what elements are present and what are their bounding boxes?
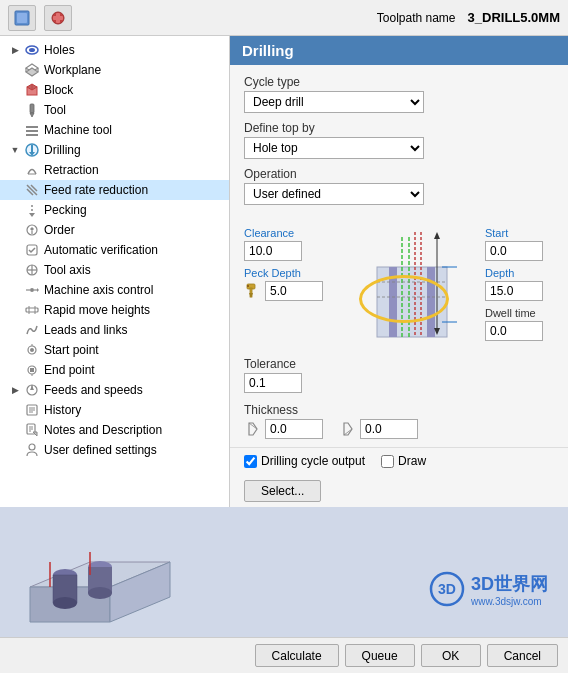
start-label[interactable]: Start <box>485 227 554 239</box>
sidebar-item-drilling[interactable]: ▼ Drilling <box>0 140 229 160</box>
sidebar-item-notes[interactable]: Notes and Description <box>0 420 229 440</box>
ok-button[interactable]: OK <box>421 644 481 667</box>
toolpath-label: Toolpath name <box>377 11 456 25</box>
auto-verify-icon <box>24 242 40 258</box>
sidebar-item-pecking[interactable]: Pecking <box>0 200 229 220</box>
sidebar-item-order[interactable]: Order <box>0 220 229 240</box>
sidebar-item-auto-verify[interactable]: Automatic verification <box>0 240 229 260</box>
peck-depth-row <box>244 281 339 301</box>
sidebar-item-machine-tool[interactable]: Machine tool <box>0 120 229 140</box>
sidebar-item-tool-axis[interactable]: Tool axis <box>0 260 229 280</box>
machine-axis-icon <box>24 282 40 298</box>
spacer-machine <box>8 123 22 137</box>
dwell-group: Dwell time <box>485 307 554 341</box>
depth-label[interactable]: Depth <box>485 267 554 279</box>
sidebar-label-end-point: End point <box>44 363 95 377</box>
cancel-button[interactable]: Cancel <box>487 644 558 667</box>
define-top-label: Define top by <box>244 121 554 135</box>
toolbar: Toolpath name 3_DRILL5.0MM <box>0 0 568 36</box>
end-point-icon <box>24 362 40 378</box>
spacer-tool-axis <box>8 263 22 277</box>
sidebar-label-machine-tool: Machine tool <box>44 123 112 137</box>
operation-label: Operation <box>244 167 554 181</box>
spacer-rapid <box>8 303 22 317</box>
sidebar-item-retraction[interactable]: Retraction <box>0 160 229 180</box>
sidebar-item-holes[interactable]: ▶ Holes <box>0 40 229 60</box>
peck-depth-icon <box>244 282 262 300</box>
svg-rect-16 <box>26 126 38 128</box>
sidebar-label-block: Block <box>44 83 73 97</box>
clearance-label[interactable]: Clearance <box>244 227 339 239</box>
operation-select[interactable]: User defined <box>244 183 424 205</box>
expand-feeds-icon: ▶ <box>8 383 22 397</box>
toolpath-name: 3_DRILL5.0MM <box>468 10 560 25</box>
sidebar-item-leads[interactable]: Leads and links <box>0 320 229 340</box>
action-bar: Calculate Queue OK Cancel <box>0 637 568 673</box>
sidebar-item-user-defined[interactable]: User defined settings <box>0 440 229 460</box>
svg-rect-1 <box>17 13 27 23</box>
tolerance-input[interactable] <box>244 373 302 393</box>
thickness-section: Thickness <box>230 399 568 447</box>
thickness-left <box>244 419 323 439</box>
right-fields: Start Depth Dwell time <box>485 227 554 341</box>
peck-depth-input[interactable] <box>265 281 323 301</box>
drilling-cycle-checkbox[interactable] <box>244 455 257 468</box>
sidebar-label-leads: Leads and links <box>44 323 127 337</box>
sidebar-label-history: History <box>44 403 81 417</box>
calculate-button[interactable]: Calculate <box>255 644 339 667</box>
sidebar-item-rapid-move[interactable]: Rapid move heights <box>0 300 229 320</box>
svg-rect-4 <box>53 16 63 20</box>
svg-marker-27 <box>29 213 35 217</box>
drilling-icon <box>24 142 40 158</box>
tolerance-section: Tolerance <box>230 351 568 399</box>
main-content: ▶ Holes Workplane Block Too <box>0 36 568 507</box>
diagram-container: Clearance Peck Depth <box>230 223 568 351</box>
spacer-history <box>8 403 22 417</box>
drilling-title: Drilling <box>242 42 294 59</box>
depth-group: Depth <box>485 267 554 301</box>
thickness-left-icon <box>244 420 262 438</box>
sidebar-item-feeds-speeds[interactable]: ▶ Feeds and speeds <box>0 380 229 400</box>
sidebar-label-feed-rate: Feed rate reduction <box>44 183 148 197</box>
sidebar-item-workplane[interactable]: Workplane <box>0 60 229 80</box>
dwell-input[interactable] <box>485 321 543 341</box>
queue-button[interactable]: Queue <box>345 644 415 667</box>
peck-depth-label[interactable]: Peck Depth <box>244 267 339 279</box>
spacer-end <box>8 363 22 377</box>
clearance-input[interactable] <box>244 241 302 261</box>
svg-marker-37 <box>37 288 39 292</box>
thickness-input-1[interactable] <box>265 419 323 439</box>
expand-holes-icon: ▶ <box>8 43 22 57</box>
3d-preview-svg <box>10 507 230 637</box>
watermark: 3D 3D世界网 www.3dsjw.com <box>429 571 548 607</box>
toolbar-btn-2[interactable] <box>44 5 72 31</box>
thickness-right <box>339 419 418 439</box>
tool-axis-icon <box>24 262 40 278</box>
sidebar-item-machine-axis[interactable]: Machine axis control <box>0 280 229 300</box>
draw-checkbox[interactable] <box>381 455 394 468</box>
sidebar-item-start-point[interactable]: Start point <box>0 340 229 360</box>
svg-rect-18 <box>26 134 38 136</box>
select-button[interactable]: Select... <box>244 480 321 502</box>
leads-icon <box>24 322 40 338</box>
drill-diagram-svg <box>347 227 477 347</box>
sidebar-label-tool-axis: Tool axis <box>44 263 91 277</box>
sidebar-item-end-point[interactable]: End point <box>0 360 229 380</box>
machine-tool-icon <box>24 122 40 138</box>
sidebar-item-feed-rate[interactable]: Feed rate reduction <box>0 180 229 200</box>
thickness-label: Thickness <box>244 403 554 417</box>
svg-rect-17 <box>26 130 38 132</box>
toolbar-btn-1[interactable] <box>8 5 36 31</box>
cycle-type-select[interactable]: Deep drill <box>244 91 424 113</box>
svg-point-34 <box>30 288 34 292</box>
start-input[interactable] <box>485 241 543 261</box>
depth-input[interactable] <box>485 281 543 301</box>
define-top-select[interactable]: Hole top <box>244 137 424 159</box>
sidebar-label-machine-axis: Machine axis control <box>44 283 153 297</box>
svg-marker-15 <box>30 113 34 117</box>
thickness-input-2[interactable] <box>360 419 418 439</box>
sidebar-item-block[interactable]: Block <box>0 80 229 100</box>
spacer-leads <box>8 323 22 337</box>
sidebar-item-history[interactable]: History <box>0 400 229 420</box>
sidebar-item-tool[interactable]: Tool <box>0 100 229 120</box>
